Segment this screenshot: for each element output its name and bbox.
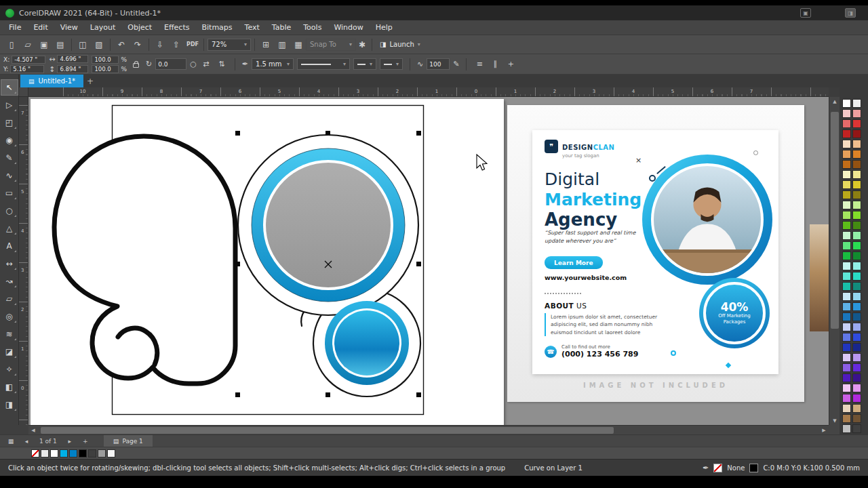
palette-swatch[interactable] <box>852 394 861 403</box>
palette-swatch[interactable] <box>852 160 861 169</box>
palette-swatch[interactable] <box>842 221 851 230</box>
palette-swatch[interactable] <box>852 292 861 301</box>
scroll-left-icon[interactable]: ◀ <box>28 426 38 435</box>
menu-text[interactable]: Text <box>239 21 266 34</box>
doc-color-swatch[interactable] <box>50 449 58 458</box>
palette-swatch[interactable] <box>852 99 861 108</box>
palette-swatch[interactable] <box>852 414 861 423</box>
page-tab[interactable]: ▤ Page 1 <box>104 435 153 447</box>
rotation-angle-field[interactable]: 0.0 <box>155 58 186 70</box>
ruler-origin-corner[interactable] <box>19 87 28 97</box>
palette-swatch[interactable] <box>842 292 851 301</box>
pdf-button[interactable]: PDF <box>185 38 200 52</box>
doc-color-swatch[interactable] <box>69 449 77 458</box>
palette-swatch[interactable] <box>852 231 861 240</box>
menu-edit[interactable]: Edit <box>27 21 54 34</box>
palette-swatch[interactable] <box>852 312 861 321</box>
parallel-dimension-tool[interactable]: ↔ <box>1 256 18 271</box>
palette-swatch[interactable] <box>852 140 861 148</box>
palette-swatch[interactable] <box>842 333 851 342</box>
text-tool[interactable]: A <box>1 239 18 253</box>
next-page-button[interactable]: ▸ <box>64 436 75 446</box>
scroll-down-icon[interactable]: ▼ <box>829 416 840 425</box>
drawing-area[interactable]: ❞ DESIGNCLAN your tag slogan × Digital M… <box>28 97 829 425</box>
menu-help[interactable]: Help <box>370 21 399 34</box>
palette-swatch[interactable] <box>842 201 851 209</box>
palette-swatch[interactable] <box>842 211 851 220</box>
horizontal-scroll-thumb[interactable] <box>41 427 614 434</box>
add-property-button[interactable]: + <box>505 58 517 70</box>
palette-swatch[interactable] <box>852 251 861 260</box>
palette-swatch[interactable] <box>852 109 861 118</box>
vertical-scroll-thumb[interactable] <box>831 112 839 329</box>
ellipse-tool[interactable]: ○ <box>1 203 18 218</box>
mirror-vertical-button[interactable]: ⇅ <box>216 58 228 70</box>
palette-swatch[interactable] <box>842 272 851 281</box>
menu-effects[interactable]: Effects <box>158 21 195 34</box>
open-button[interactable]: ▱ <box>20 38 35 52</box>
palette-swatch[interactable] <box>842 150 851 159</box>
outline-width-select[interactable]: 1.5 mm ▾ <box>252 58 294 70</box>
menu-bitmaps[interactable]: Bitmaps <box>195 21 238 34</box>
horizontal-ruler[interactable]: 1098765432101234567 <box>28 87 829 97</box>
palette-swatch[interactable] <box>852 384 861 392</box>
pick-tool[interactable]: ↖ <box>1 80 18 95</box>
align-distribute-button[interactable]: ∥ <box>489 58 501 70</box>
scroll-right-icon[interactable]: ▶ <box>819 426 829 435</box>
palette-swatch[interactable] <box>842 323 851 331</box>
show-grid-button[interactable]: ▦ <box>291 38 306 52</box>
palette-swatch[interactable] <box>842 109 851 118</box>
menu-window[interactable]: Window <box>328 21 369 34</box>
workspace-icon[interactable]: ▣ <box>800 8 811 18</box>
menu-tools[interactable]: Tools <box>297 21 328 34</box>
menu-view[interactable]: View <box>54 21 84 34</box>
palette-swatch[interactable] <box>842 384 851 392</box>
palette-swatch[interactable] <box>842 353 851 362</box>
palette-swatch[interactable] <box>842 312 851 321</box>
doc-color-swatch[interactable] <box>88 449 96 458</box>
new-document-tab-button[interactable]: + <box>83 75 97 87</box>
palette-swatch[interactable] <box>852 343 861 352</box>
doc-color-swatch[interactable] <box>98 449 106 458</box>
palette-swatch[interactable] <box>852 353 861 362</box>
connector-tool[interactable]: ↝ <box>1 274 18 289</box>
menu-layout[interactable]: Layout <box>84 21 121 34</box>
palette-swatch[interactable] <box>842 140 851 148</box>
palette-swatch[interactable] <box>842 241 851 250</box>
palette-swatch[interactable] <box>852 119 861 128</box>
line-style-select[interactable]: ▾ <box>297 58 350 70</box>
palette-swatch[interactable] <box>852 211 861 220</box>
color-eyedropper-tool[interactable]: ✧ <box>1 362 18 377</box>
zoom-level-select[interactable]: 72% ▾ <box>208 39 251 51</box>
palette-swatch[interactable] <box>842 282 851 291</box>
palette-swatch[interactable] <box>852 404 861 413</box>
scale-y-field[interactable]: 100.0 <box>92 65 119 73</box>
palette-swatch[interactable] <box>852 424 861 433</box>
palette-swatch[interactable] <box>852 363 861 372</box>
comma-shape-object[interactable] <box>54 136 235 384</box>
menu-object[interactable]: Object <box>121 21 158 34</box>
transparency-tool[interactable]: ◪ <box>1 344 18 359</box>
palette-swatch[interactable] <box>852 150 861 159</box>
contour-tool[interactable]: ◎ <box>1 309 18 324</box>
menu-file[interactable]: File <box>3 21 27 34</box>
horizontal-scrollbar[interactable]: ◀ ▶ <box>28 425 829 434</box>
palette-swatch[interactable] <box>842 190 851 199</box>
import-button[interactable]: ⇩ <box>153 38 167 52</box>
copy-button[interactable]: ◫ <box>75 38 90 52</box>
palette-swatch[interactable] <box>842 394 851 403</box>
palette-swatch[interactable] <box>852 333 861 342</box>
end-arrowhead-select[interactable]: ▾ <box>380 58 403 70</box>
palette-swatch[interactable] <box>842 302 851 311</box>
undo-button[interactable]: ↶ <box>114 38 129 52</box>
y-position-field[interactable]: 5.16 " <box>10 65 44 73</box>
palette-swatch[interactable] <box>852 221 861 230</box>
zoom-tool[interactable]: ◉ <box>1 133 18 148</box>
account-icon[interactable]: ◨ <box>845 8 856 18</box>
previous-page-button[interactable]: ◂ <box>21 436 32 446</box>
start-arrowhead-select[interactable]: ▾ <box>353 58 376 70</box>
crop-tool[interactable]: ◰ <box>1 115 18 130</box>
lock-ratio-button[interactable] <box>130 58 142 70</box>
palette-swatch[interactable] <box>842 404 851 413</box>
palette-swatch[interactable] <box>842 424 851 433</box>
